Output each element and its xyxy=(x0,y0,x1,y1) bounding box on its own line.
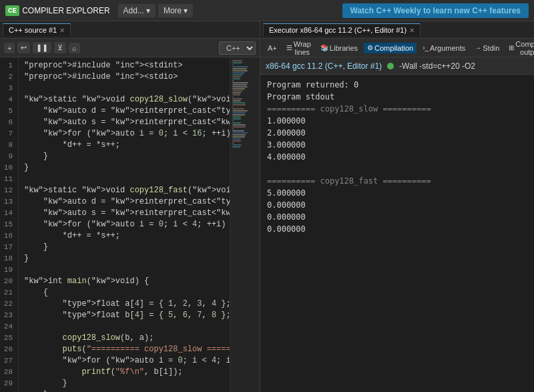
line-number: 3 xyxy=(3,83,13,94)
add-pane-button[interactable]: + xyxy=(4,43,15,53)
minimap-line xyxy=(232,134,246,136)
executor-tab[interactable]: Executor x86-64 gcc 11.2 (C++, Editor #1… xyxy=(263,23,421,36)
minimap-line xyxy=(232,72,245,73)
libraries-button[interactable]: 📚 Libraries xyxy=(317,43,361,53)
line-number: 7 xyxy=(3,128,13,140)
language-select[interactable]: C++ C xyxy=(219,41,256,55)
code-line: } xyxy=(24,389,224,392)
editor-toolbar: + ↩ ❚❚ ⊻ ⌕ C++ C xyxy=(0,39,260,57)
minimap-line xyxy=(232,128,234,130)
code-line: "preproc">#include "inc"><stdio> xyxy=(24,71,224,83)
code-content[interactable]: "preproc">#include "inc"><stdint>"prepro… xyxy=(19,57,230,392)
minimap-line xyxy=(232,140,241,142)
minimap-line xyxy=(232,100,241,102)
minimap-line xyxy=(232,78,240,79)
wrap-lines-button[interactable]: ☰ Wrap lines xyxy=(283,39,314,57)
logo-text: COMPILER EXPLORER xyxy=(22,6,109,15)
output-line: Program stdout xyxy=(267,91,534,103)
minimap-line xyxy=(232,88,245,89)
line-number: 19 xyxy=(3,264,13,276)
compiler-flags: -Wall -std=c++20 -O2 xyxy=(399,61,475,71)
minimap-line xyxy=(232,98,242,100)
line-number: 14 xyxy=(3,208,13,219)
minimap-line xyxy=(232,68,247,69)
code-line: copy128_slow(b, a); xyxy=(24,333,224,344)
stdin-button[interactable]: → Stdin xyxy=(471,43,503,53)
code-line: } xyxy=(24,378,224,389)
watch-banner[interactable]: Watch C++ Weekly to learn new C++ featur… xyxy=(342,3,529,18)
output-line: 0.000000 xyxy=(267,199,534,211)
output-line: 0.000000 xyxy=(267,211,534,223)
output-separator: ========== copy128_fast ========== xyxy=(267,175,534,187)
source-editor-pane: C++ source #1 ✕ + ↩ ❚❚ ⊻ ⌕ C++ C 1234567… xyxy=(0,21,260,392)
editor-tab-bar: C++ source #1 ✕ xyxy=(0,21,260,39)
output-line: 1.000000 xyxy=(267,115,534,127)
font-size-button[interactable]: A+ xyxy=(264,43,280,53)
line-number: 20 xyxy=(3,276,13,287)
add-button[interactable]: Add... ▾ xyxy=(118,4,156,17)
minimap-line xyxy=(232,142,234,144)
line-number: 21 xyxy=(3,287,13,299)
minimap-line xyxy=(232,126,246,128)
code-line: "kw">for ("kw">auto i = 0; i < 16; ++i) … xyxy=(24,128,224,140)
format-button[interactable]: ❚❚ xyxy=(33,42,51,53)
minimap-line xyxy=(232,108,244,110)
minimap-line xyxy=(232,62,242,63)
code-line: "kw">for ("kw">auto i = 0; i < 4; i++) { xyxy=(24,355,224,367)
compiler-name: x86-64 gcc 11.2 (C++, Editor #1) xyxy=(266,61,382,71)
code-line xyxy=(24,174,224,185)
code-line xyxy=(24,264,224,276)
line-numbers: 1234567891011121314151617181920212223242… xyxy=(0,57,19,392)
minimap-line xyxy=(232,64,234,65)
compiler-output-pane: Executor x86-64 gcc 11.2 (C++, Editor #1… xyxy=(260,21,534,392)
code-line: *d++ = *s++; xyxy=(24,230,224,242)
compiler-output-button[interactable]: ⊞ Compiler output xyxy=(505,39,534,57)
minimap-line xyxy=(232,136,245,138)
chevron-down-icon: ▾ xyxy=(184,6,188,15)
tab-label: C++ source #1 xyxy=(9,26,57,34)
line-number: 6 xyxy=(3,117,13,128)
logo-icon: CE xyxy=(5,5,19,16)
code-line: *d++ = *s++; xyxy=(24,140,224,151)
minimap-line xyxy=(232,138,241,140)
undo-button[interactable]: ↩ xyxy=(17,42,30,53)
code-line: "type">float a[4] = { 1, 2, 3, 4 }; xyxy=(24,299,224,310)
source-tab[interactable]: C++ source #1 ✕ xyxy=(3,23,71,36)
arguments-button[interactable]: ›_ Arguments xyxy=(419,43,469,53)
code-line: { xyxy=(24,287,224,299)
close-compiler-tab-icon[interactable]: ✕ xyxy=(409,27,415,34)
compilation-button[interactable]: ⚙ Compilation xyxy=(364,43,417,53)
code-line: "kw">for ("kw">auto i = 0; i < 4; ++i) { xyxy=(24,219,224,230)
line-number: 26 xyxy=(3,344,13,355)
code-line: "kw">static "kw">void copy128_fast("kw">… xyxy=(24,185,224,196)
minimap-line xyxy=(232,60,242,61)
close-tab-icon[interactable]: ✕ xyxy=(59,27,65,34)
minimap-line xyxy=(232,130,244,132)
minimap-line xyxy=(232,94,240,95)
line-number: 25 xyxy=(3,333,13,344)
link-button[interactable]: ⊻ xyxy=(54,42,66,53)
minimap-line xyxy=(232,82,248,83)
line-number: 10 xyxy=(3,162,13,174)
code-line: "type">float b[4] = { 5, 6, 7, 8 }; xyxy=(24,310,224,321)
output-line xyxy=(267,163,534,175)
minimap-line xyxy=(232,118,241,120)
line-number: 23 xyxy=(3,310,13,321)
line-number: 29 xyxy=(3,378,13,389)
line-number: 11 xyxy=(3,174,13,185)
minimap-line xyxy=(232,144,242,146)
code-editor-area[interactable]: 1234567891011121314151617181920212223242… xyxy=(0,57,260,392)
compiler-info-bar: x86-64 gcc 11.2 (C++, Editor #1) -Wall -… xyxy=(260,57,534,75)
line-number: 18 xyxy=(3,253,13,264)
minimap-line xyxy=(232,74,243,75)
minimap-line xyxy=(232,86,248,87)
more-button[interactable]: More ▾ xyxy=(158,4,193,17)
search-button[interactable]: ⌕ xyxy=(69,43,80,53)
code-line: "kw">auto s = "kw">reinterpret_cast<"kw"… xyxy=(24,208,224,219)
code-line: "kw">static "kw">void copy128_slow("kw">… xyxy=(24,94,224,106)
main-content: C++ source #1 ✕ + ↩ ❚❚ ⊻ ⌕ C++ C 1234567… xyxy=(0,21,534,392)
code-line xyxy=(24,83,224,94)
line-number: 13 xyxy=(3,196,13,208)
line-number: 2 xyxy=(3,71,13,83)
minimap-line xyxy=(232,114,245,116)
